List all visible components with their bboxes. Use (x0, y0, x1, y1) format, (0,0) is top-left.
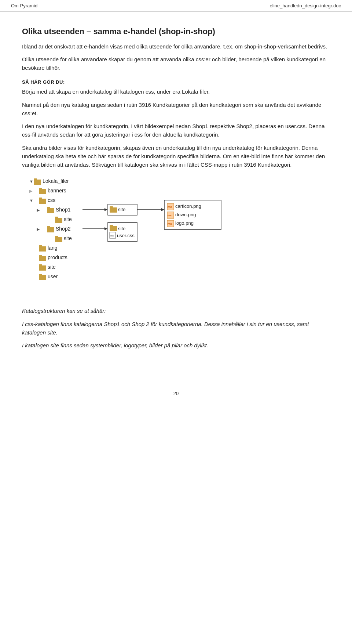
svg-text:carticon.png: carticon.png (175, 203, 201, 209)
svg-text:banners: banners (48, 188, 66, 193)
svg-text:Lokala_filer: Lokala_filer (43, 178, 69, 184)
svg-text:PNG: PNG (168, 206, 172, 208)
paragraph-3: Namnet på den nya katalog anges sedan i … (22, 101, 330, 118)
sa-har-gor-du-label: SÅ HÄR GÖR DU: (22, 79, 330, 86)
svg-text:site: site (48, 264, 56, 270)
svg-text:PNG: PNG (168, 223, 172, 225)
header: Om Pyramid eline_handledn_design-integr.… (0, 0, 352, 12)
footnote-line2: I css-katalogen finns katalogerna Shop1 … (22, 320, 330, 337)
svg-text:lang: lang (48, 245, 57, 251)
svg-text:css: css (110, 235, 114, 237)
footnote-line3: I katalogen site finns sedan systembilde… (22, 341, 330, 350)
svg-marker-13 (104, 208, 107, 211)
page-number: 20 (0, 391, 352, 396)
svg-text:logo.png: logo.png (175, 220, 194, 226)
svg-text:▼: ▼ (29, 198, 33, 203)
svg-text:▶: ▶ (29, 189, 33, 193)
header-left: Om Pyramid (11, 3, 37, 8)
svg-text:down.png: down.png (175, 212, 196, 217)
svg-rect-1 (26, 177, 29, 179)
svg-text:user: user (48, 274, 58, 279)
svg-text:PNG: PNG (168, 214, 172, 217)
paragraph-intro: Ibland är det önskvärt att e-handeln vis… (22, 42, 330, 51)
svg-marker-17 (161, 208, 164, 211)
svg-text:user.css: user.css (117, 233, 135, 238)
paragraph-1: Olika utseende för olika användare skapa… (22, 55, 330, 72)
page-content: Olika utseenden – samma e-handel (shop-i… (0, 12, 352, 376)
svg-text:Shop2: Shop2 (56, 226, 71, 232)
footnote-line1: Katalogstrukturen kan se ut såhär: (22, 307, 330, 315)
folder-tree-svg: ▼ Lokala_filer ▶ banners ▼ css ▶ Shop1 s… (26, 176, 282, 297)
svg-text:▼: ▼ (29, 179, 33, 184)
svg-marker-32 (104, 227, 107, 230)
svg-text:site: site (64, 216, 72, 222)
svg-text:css: css (48, 197, 55, 203)
paragraph-2: Börja med att skapa en underkatalog till… (22, 87, 330, 96)
paragraph-5: Ska andra bilder visas för kundkategorin… (22, 144, 330, 169)
paragraph-4: I den nya underkatalogen för kundkategor… (22, 122, 330, 139)
diagram-container: ▼ Lokala_filer ▶ banners ▼ css ▶ Shop1 s… (26, 176, 330, 299)
svg-text:site: site (118, 207, 125, 212)
svg-text:site: site (64, 235, 72, 241)
page-title: Olika utseenden – samma e-handel (shop-i… (22, 26, 330, 37)
svg-text:products: products (48, 254, 67, 260)
header-right: eline_handledn_design-integr.doc (270, 3, 341, 8)
footnote: Katalogstrukturen kan se ut såhär: I css… (22, 307, 330, 350)
svg-rect-3 (26, 177, 29, 179)
svg-text:▶: ▶ (37, 227, 40, 231)
svg-text:▶: ▶ (37, 208, 40, 212)
svg-text:site: site (118, 226, 125, 231)
svg-text:Shop1: Shop1 (56, 207, 71, 213)
